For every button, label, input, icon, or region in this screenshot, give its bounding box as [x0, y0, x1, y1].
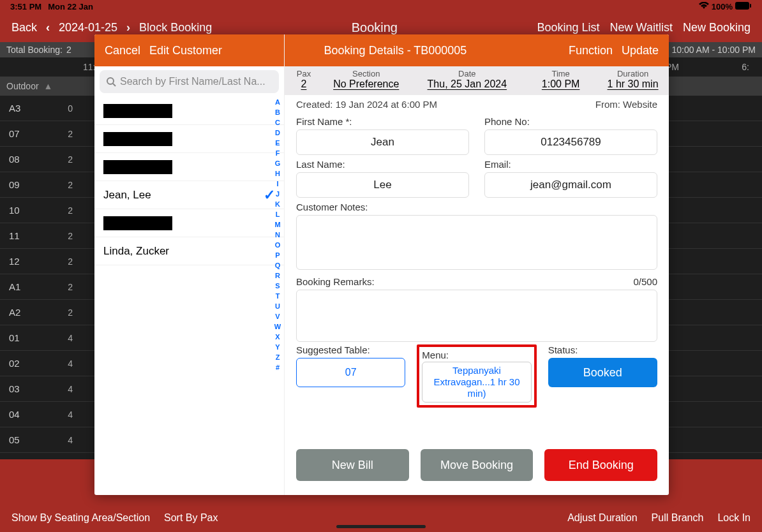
search-icon	[106, 77, 116, 87]
table-capacity: 4	[54, 410, 73, 420]
table-name: 12	[9, 256, 54, 267]
index-letter[interactable]: I	[276, 180, 278, 188]
index-letter[interactable]: Z	[276, 353, 280, 361]
home-indicator	[336, 525, 426, 528]
end-booking-button[interactable]: End Booking	[544, 449, 657, 481]
index-letter[interactable]: K	[275, 200, 280, 208]
customer-name: Jean, Lee	[103, 189, 151, 202]
index-letter[interactable]: W	[274, 323, 281, 330]
back-button[interactable]: Back	[11, 21, 37, 34]
table-capacity: 2	[54, 231, 73, 241]
booking-remarks-field[interactable]	[296, 290, 657, 342]
index-letter[interactable]: L	[276, 211, 280, 218]
new-bill-button[interactable]: New Bill	[296, 449, 409, 481]
table-name: 07	[9, 128, 54, 139]
table-capacity: 2	[54, 256, 73, 267]
list-item[interactable]	[94, 125, 284, 153]
search-input[interactable]: Search by First Name/Last Na...	[100, 70, 279, 93]
phone-field[interactable]: 0123456789	[484, 129, 657, 155]
table-name: 05	[9, 434, 54, 445]
new-booking-button[interactable]: New Booking	[683, 21, 751, 34]
show-by-button[interactable]: Show By Seating Area/Section	[11, 512, 150, 524]
alpha-index[interactable]: ABCDEFGHIJKLMNOPQRSTUVWXYZ#	[273, 98, 283, 489]
list-item-linda[interactable]: Linda, Zucker	[94, 237, 284, 265]
function-button[interactable]: Function	[569, 44, 613, 57]
summary-duration[interactable]: Duration 1 hr 30 min	[597, 66, 669, 95]
email-field[interactable]: jean@gmail.com	[484, 172, 657, 198]
index-letter[interactable]: J	[276, 190, 280, 198]
page-title: Booking	[221, 20, 528, 35]
table-capacity: 2	[54, 129, 73, 139]
list-item-jean[interactable]: Jean, Lee ✓	[94, 181, 284, 209]
index-letter[interactable]: Y	[275, 343, 280, 351]
list-item[interactable]	[94, 153, 284, 181]
suggested-table-label: Suggested Table:	[296, 344, 405, 355]
lock-in-button[interactable]: Lock In	[717, 512, 751, 524]
first-name-field[interactable]: Jean	[296, 129, 469, 155]
nav-date[interactable]: 2024-01-25	[59, 21, 117, 34]
table-capacity: 2	[54, 180, 73, 190]
prev-date-icon[interactable]: ‹	[46, 21, 50, 34]
table-name: 03	[9, 383, 54, 394]
remarks-label: Booking Remarks:	[296, 276, 375, 287]
operating-hours: 10:00 AM - 10:00 PM	[671, 45, 756, 55]
index-letter[interactable]: F	[276, 149, 280, 157]
index-letter[interactable]: B	[275, 108, 280, 116]
index-letter[interactable]: O	[275, 241, 281, 249]
adjust-duration-button[interactable]: Adjust Duration	[567, 512, 637, 524]
phone-label: Phone No:	[484, 116, 657, 127]
index-letter[interactable]: H	[275, 170, 280, 177]
new-waitlist-button[interactable]: New Waitlist	[610, 21, 673, 34]
index-letter[interactable]: G	[275, 159, 281, 167]
table-name: 02	[9, 358, 54, 369]
index-letter[interactable]: #	[276, 364, 280, 371]
redacted-name	[103, 160, 172, 174]
index-letter[interactable]: T	[276, 292, 280, 300]
index-letter[interactable]: P	[275, 251, 280, 259]
index-letter[interactable]: U	[275, 302, 280, 310]
table-name: A3	[9, 103, 54, 114]
table-capacity: 4	[54, 435, 73, 445]
next-date-icon[interactable]: ›	[126, 21, 130, 34]
update-button[interactable]: Update	[622, 44, 659, 57]
list-item[interactable]	[94, 209, 284, 237]
svg-line-3	[113, 84, 116, 86]
booking-list-button[interactable]: Booking List	[537, 21, 600, 34]
last-name-label: Last Name:	[296, 159, 469, 170]
last-name-field[interactable]: Lee	[296, 172, 469, 198]
index-letter[interactable]: N	[275, 231, 280, 239]
pull-branch-button[interactable]: Pull Branch	[652, 512, 704, 524]
table-name: 08	[9, 154, 54, 165]
index-letter[interactable]: V	[275, 313, 280, 320]
index-letter[interactable]: S	[275, 282, 280, 290]
remarks-count: 0/500	[633, 276, 657, 287]
summary-pax[interactable]: Pax 2	[285, 66, 323, 95]
booking-details-modal: Cancel Edit Customer Booking Details - T…	[94, 34, 669, 495]
block-booking-button[interactable]: Block Booking	[139, 21, 212, 34]
time-col-6: 6:	[742, 62, 749, 72]
move-booking-button[interactable]: Move Booking	[421, 449, 534, 481]
index-letter[interactable]: Q	[275, 262, 281, 269]
index-letter[interactable]: R	[275, 272, 280, 279]
summary-date[interactable]: Date Thu, 25 Jan 2024	[410, 66, 525, 95]
total-booking-value: 2	[66, 45, 71, 55]
index-letter[interactable]: C	[275, 119, 280, 126]
customer-name: Linda, Zucker	[103, 245, 169, 258]
table-capacity: 2	[54, 307, 73, 318]
status-bar: 3:51 PM Mon 22 Jan 100%	[0, 0, 762, 13]
index-letter[interactable]: M	[274, 221, 280, 228]
menu-value[interactable]: Teppanyaki Extravagan...1 hr 30 min)	[422, 362, 531, 403]
booking-form-panel: Pax 2 Section No Preference Date Thu, 25…	[285, 34, 669, 495]
total-booking-label: Total Booking:	[6, 45, 63, 55]
suggested-table-value[interactable]: 07	[296, 358, 405, 387]
index-letter[interactable]: X	[275, 333, 280, 341]
customer-notes-field[interactable]	[296, 215, 657, 270]
list-item[interactable]	[94, 97, 284, 125]
summary-time[interactable]: Time 1:00 PM	[525, 66, 597, 95]
index-letter[interactable]: D	[275, 129, 280, 137]
sort-by-button[interactable]: Sort By Pax	[164, 512, 218, 524]
summary-section[interactable]: Section No Preference	[323, 66, 410, 95]
index-letter[interactable]: A	[275, 98, 280, 106]
index-letter[interactable]: E	[275, 139, 280, 147]
status-value[interactable]: Booked	[548, 358, 657, 387]
